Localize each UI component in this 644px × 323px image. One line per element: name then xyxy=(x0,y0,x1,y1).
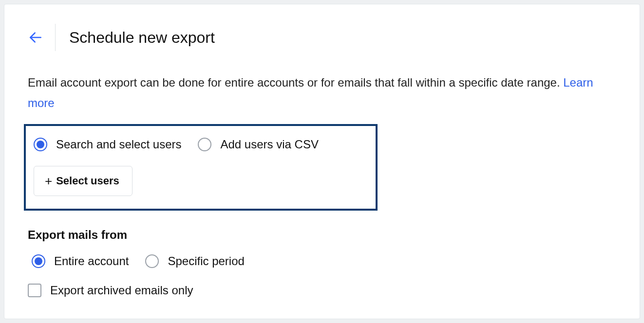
section-heading-export-from: Export mails from xyxy=(28,228,616,242)
description-text: Email account export can be done for ent… xyxy=(28,72,616,113)
radio-option-specific-period[interactable]: Specific period xyxy=(145,254,244,268)
radio-label: Specific period xyxy=(168,254,244,268)
radio-indicator xyxy=(34,138,47,151)
checkbox-indicator xyxy=(28,284,41,297)
select-users-label: Select users xyxy=(56,175,119,187)
radio-label: Add users via CSV xyxy=(220,138,318,151)
export-from-section: Export mails from Entire account Specifi… xyxy=(28,228,616,297)
page-title: Schedule new export xyxy=(69,29,215,47)
radio-label: Entire account xyxy=(54,254,129,268)
user-selection-radio-group: Search and select users Add users via CS… xyxy=(34,138,366,151)
radio-indicator xyxy=(198,138,211,151)
back-button[interactable] xyxy=(28,30,43,45)
user-selection-highlight: Search and select users Add users via CS… xyxy=(24,124,378,211)
radio-indicator xyxy=(32,254,45,268)
arrow-left-icon xyxy=(28,30,43,45)
header-divider xyxy=(55,24,56,51)
checkbox-archived-only[interactable]: Export archived emails only xyxy=(28,284,616,297)
radio-label: Search and select users xyxy=(56,138,181,151)
export-form-card: Schedule new export Email account export… xyxy=(4,4,640,319)
radio-indicator xyxy=(145,254,159,268)
radio-option-search-users[interactable]: Search and select users xyxy=(34,138,181,151)
page-header: Schedule new export xyxy=(28,24,616,51)
select-users-button[interactable]: + Select users xyxy=(34,166,133,196)
description-body: Email account export can be done for ent… xyxy=(28,76,563,89)
plus-icon: + xyxy=(45,175,52,187)
export-from-radio-group: Entire account Specific period xyxy=(32,254,616,268)
radio-option-csv-users[interactable]: Add users via CSV xyxy=(198,138,318,151)
checkbox-label: Export archived emails only xyxy=(50,284,193,297)
radio-option-entire-account[interactable]: Entire account xyxy=(32,254,129,268)
